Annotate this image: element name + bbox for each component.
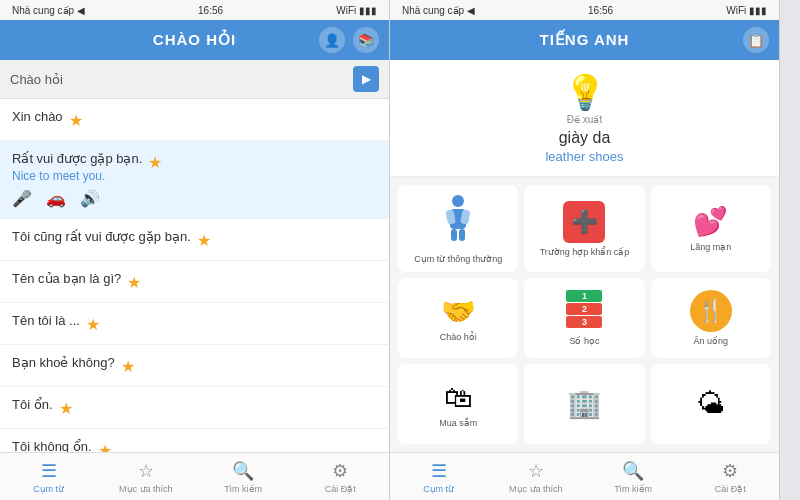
category-person[interactable]: Cụm từ thông thường <box>398 185 518 272</box>
tab-bar-left: ☰Cụm từ☆Mục ưa thích🔍Tìm kiếm⚙Cài Đặt <box>0 452 389 500</box>
carrier-right: Nhà cung cấp ◀ <box>402 5 475 16</box>
phrase-en: Nice to meet you. <box>12 169 142 183</box>
phrase-vn: Rất vui được gặp bạn. <box>12 151 142 166</box>
tab-tim-kiem-left[interactable]: 🔍Tìm kiếm <box>195 453 292 500</box>
category-romantic[interactable]: 💕Lãng mạn <box>651 185 771 272</box>
audio-row: 🎤🚗🔊 <box>12 189 142 208</box>
phrase-vn: Tôi ổn. <box>12 397 53 412</box>
star-button[interactable]: ★ <box>59 399 73 418</box>
category-emergency[interactable]: ➕Trường hợp khẩn cấp <box>524 185 644 272</box>
tab-cai-dat-right[interactable]: ⚙Cài Đặt <box>682 453 779 500</box>
carrier-left: Nhà cung cấp ◀ <box>12 5 85 16</box>
featured-vn: giày da <box>402 129 767 147</box>
tab-cai-dat-left[interactable]: ⚙Cài Đặt <box>292 453 389 500</box>
cai-dat-icon-right: ⚙ <box>722 460 738 482</box>
featured-sublabel: Đề xuất <box>402 114 767 125</box>
category-grid: Cụm từ thông thường➕Trường hợp khẩn cấp💕… <box>390 177 779 452</box>
shopping-icon: 🛍 <box>444 381 472 414</box>
svg-rect-4 <box>451 229 457 241</box>
phrase-vn: Tên tôi là ... <box>12 313 80 328</box>
phrase-item[interactable]: Tôi ổn.★ <box>0 387 389 429</box>
phrase-item[interactable]: Tôi cũng rất vui được gặp bạn.★ <box>0 219 389 261</box>
phrase-item[interactable]: Rất vui được gặp bạn.Nice to meet you.🎤🚗… <box>0 141 389 219</box>
phrase-item[interactable]: Tên của bạn là gì?★ <box>0 261 389 303</box>
category-label: Ăn uống <box>694 336 729 348</box>
yeu-thich-icon: ☆ <box>138 460 154 482</box>
star-button[interactable]: ★ <box>148 153 162 172</box>
star-button[interactable]: ★ <box>127 273 141 292</box>
nav-icons-left: 👤 📚 <box>319 27 379 53</box>
tab-label: Tìm kiếm <box>614 484 652 494</box>
phrase-vn: Tôi không ổn. <box>12 439 92 452</box>
emergency-icon: ➕ <box>563 201 605 243</box>
tab-yeu-thich-left[interactable]: ☆Mục ưa thích <box>97 453 194 500</box>
tab-yeu-thich-right[interactable]: ☆Mục ưa thích <box>487 453 584 500</box>
svg-rect-5 <box>459 229 465 241</box>
tab-cum-tu-right[interactable]: ☰Cụm từ <box>390 453 487 500</box>
profile-icon[interactable]: 👤 <box>319 27 345 53</box>
svg-point-0 <box>452 195 464 207</box>
tab-label: Tìm kiếm <box>224 484 262 494</box>
category-label: Lãng mạn <box>690 242 731 254</box>
phrase-item[interactable]: Bạn khoẻ không?★ <box>0 345 389 387</box>
nav-icons-right: 📋 <box>743 27 769 53</box>
tab-tim-kiem-right[interactable]: 🔍Tìm kiếm <box>585 453 682 500</box>
status-icons-left: WiFi ▮▮▮ <box>336 5 377 16</box>
cum-tu-icon-right: ☰ <box>431 460 447 482</box>
category-greeting[interactable]: 🤝Chào hỏi <box>398 278 518 358</box>
time-left: 16:56 <box>198 5 223 16</box>
phrase-text: Rất vui được gặp bạn.Nice to meet you.🎤🚗… <box>12 151 142 208</box>
volume-icon[interactable]: 🔊 <box>80 189 100 208</box>
star-button[interactable]: ★ <box>69 111 83 130</box>
phrase-text: Tên của bạn là gì? <box>12 271 121 286</box>
category-label: Trường hợp khẩn cấp <box>540 247 630 259</box>
phrase-item[interactable]: Tôi không ổn.★ <box>0 429 389 452</box>
phrase-item[interactable]: Tên tôi là ...★ <box>0 303 389 345</box>
category-label: Cụm từ thông thường <box>414 254 502 266</box>
category-weather[interactable]: 🌤 <box>651 364 771 444</box>
food-icon: 🍴 <box>690 290 732 332</box>
star-button[interactable]: ★ <box>197 231 211 250</box>
phrase-text: Bạn khoẻ không? <box>12 355 115 370</box>
phrase-text: Tên tôi là ... <box>12 313 80 328</box>
person-icon <box>440 193 476 250</box>
category-food[interactable]: 🍴Ăn uống <box>651 278 771 358</box>
right-phone: Nhà cung cấp ◀ 16:56 WiFi ▮▮▮ TIẾNG ANH … <box>390 0 780 500</box>
tim-kiem-icon: 🔍 <box>232 460 254 482</box>
status-bar-left: Nhà cung cấp ◀ 16:56 WiFi ▮▮▮ <box>0 0 389 20</box>
star-button[interactable]: ★ <box>86 315 100 334</box>
numbers-icon: 123 <box>566 290 602 332</box>
phrase-text: Tôi không ổn. <box>12 439 92 452</box>
book-icon[interactable]: 📚 <box>353 27 379 53</box>
tab-label: Mục ưa thích <box>509 484 563 494</box>
car-icon[interactable]: 🚗 <box>46 189 66 208</box>
star-button[interactable]: ★ <box>98 441 112 452</box>
phrase-text: Tôi ổn. <box>12 397 53 412</box>
phrase-input[interactable] <box>10 72 353 87</box>
clipboard-icon[interactable]: 📋 <box>743 27 769 53</box>
phrase-input-row: ▶ <box>0 60 389 99</box>
tab-label: Cài Đặt <box>325 484 356 494</box>
featured-en: leather shoes <box>402 149 767 164</box>
nav-title-right: TIẾNG ANH <box>540 31 630 49</box>
weather-icon: 🌤 <box>697 387 725 420</box>
category-building[interactable]: 🏢 <box>524 364 644 444</box>
category-numbers[interactable]: 123Số học <box>524 278 644 358</box>
nav-bar-right: TIẾNG ANH 📋 <box>390 20 779 60</box>
phrase-text: Tôi cũng rất vui được gặp bạn. <box>12 229 191 244</box>
tab-bar-right: ☰Cụm từ☆Mục ưa thích🔍Tìm kiếm⚙Cài Đặt <box>390 452 779 500</box>
star-button[interactable]: ★ <box>121 357 135 376</box>
cai-dat-icon: ⚙ <box>332 460 348 482</box>
featured-card: 💡 Đề xuất giày da leather shoes <box>390 60 779 177</box>
mic-icon[interactable]: 🎤 <box>12 189 32 208</box>
phrase-text: Xin chào <box>12 109 63 124</box>
tab-cum-tu-left[interactable]: ☰Cụm từ <box>0 453 97 500</box>
romantic-icon: 💕 <box>693 205 728 238</box>
send-button[interactable]: ▶ <box>353 66 379 92</box>
phrase-vn: Tôi cũng rất vui được gặp bạn. <box>12 229 191 244</box>
phrase-item[interactable]: Xin chào★ <box>0 99 389 141</box>
category-label: Mua sắm <box>439 418 477 430</box>
category-shopping[interactable]: 🛍Mua sắm <box>398 364 518 444</box>
building-icon: 🏢 <box>567 387 602 420</box>
tab-label: Cụm từ <box>33 484 64 494</box>
